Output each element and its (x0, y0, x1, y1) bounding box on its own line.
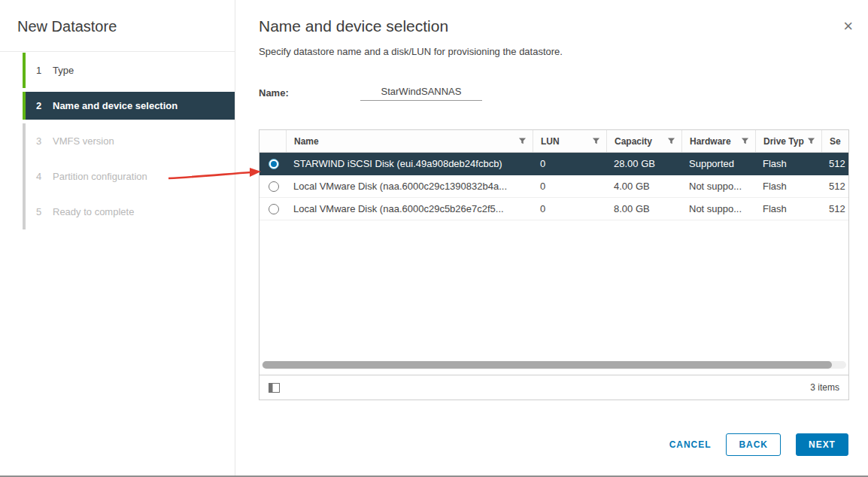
radio-button[interactable] (269, 204, 279, 214)
table-header: Name LUN Capacity (259, 130, 848, 153)
step-number: 4 (36, 171, 53, 182)
filter-icon[interactable] (741, 137, 749, 145)
step-ready-to-complete: 5 Ready to complete (23, 194, 235, 229)
radio-cell (259, 153, 286, 175)
column-label: Se (830, 136, 841, 147)
cell-capacity: 28.00 GB (606, 153, 681, 175)
step-number: 2 (36, 100, 53, 111)
cell-sector: 512 (821, 198, 848, 220)
cell-hardware: Not suppo... (681, 175, 755, 197)
step-label: Name and device selection (53, 100, 178, 111)
radio-column-header (259, 130, 286, 152)
step-number: 3 (36, 135, 53, 147)
step-label: VMFS version (53, 135, 114, 147)
column-label: Capacity (615, 136, 652, 147)
cell-lun: 0 (533, 198, 606, 220)
cell-drive-type: Flash (755, 175, 821, 197)
table-row-local-vmware-disk-1[interactable]: Local VMware Disk (naa.6000c29c1390832b4… (259, 175, 848, 198)
column-label: Hardware (690, 136, 731, 147)
step-label: Ready to complete (53, 206, 134, 217)
new-datastore-dialog: New Datastore 1 Type 2 Name and device s… (0, 0, 868, 477)
column-label: LUN (541, 136, 560, 147)
radio-cell (259, 198, 286, 220)
column-header-hardware[interactable]: Hardware (681, 130, 755, 152)
cell-name: STARWIND iSCSI Disk (eui.49a908deb24fcbc… (286, 153, 533, 175)
page-title: Name and device selection (259, 17, 448, 35)
step-number: 5 (36, 206, 53, 217)
device-table: Name LUN Capacity (259, 129, 849, 400)
radio-button[interactable] (269, 159, 279, 169)
cell-drive-type: Flash (755, 153, 821, 175)
step-name-and-device-selection[interactable]: 2 Name and device selection (23, 92, 235, 120)
table-row-starwind-iscsi-disk[interactable]: STARWIND iSCSI Disk (eui.49a908deb24fcbc… (259, 153, 848, 175)
next-button[interactable]: NEXT (796, 433, 848, 456)
filter-icon[interactable] (518, 137, 527, 145)
radio-cell (259, 175, 286, 197)
step-vmfs-version: 3 VMFS version (23, 123, 235, 159)
cell-name: Local VMware Disk (naa.6000c29c5b26e7c2f… (286, 198, 533, 220)
datastore-name-input[interactable] (360, 84, 482, 101)
wizard-sidebar: New Datastore 1 Type 2 Name and device s… (0, 0, 235, 475)
sidebar-divider (0, 51, 235, 52)
wizard-content: Name and device selection × Specify data… (236, 0, 868, 475)
cell-lun: 0 (533, 153, 606, 175)
cell-drive-type: Flash (755, 198, 821, 220)
back-button[interactable]: BACK (726, 433, 781, 456)
table-row-local-vmware-disk-2[interactable]: Local VMware Disk (naa.6000c29c5b26e7c2f… (259, 198, 848, 220)
page-subtitle: Specify datastore name and a disk/LUN fo… (259, 46, 563, 57)
cell-sector: 512 (821, 175, 848, 197)
column-label: Drive Typ (763, 136, 804, 147)
items-count: 3 items (810, 382, 839, 393)
cell-sector: 512 (821, 153, 848, 175)
table-footer: 3 items (259, 375, 848, 400)
datastore-name-row: Name: (259, 84, 482, 101)
column-header-name[interactable]: Name (286, 130, 533, 152)
column-header-lun[interactable]: LUN (533, 130, 606, 152)
cancel-button[interactable]: CANCEL (669, 439, 712, 450)
wizard-actions: CANCEL BACK NEXT (669, 433, 848, 456)
cell-capacity: 4.00 GB (606, 175, 681, 197)
wizard-title: New Datastore (0, 0, 235, 35)
filter-icon[interactable] (807, 137, 815, 145)
column-header-drive-type[interactable]: Drive Typ (755, 130, 821, 152)
filter-icon[interactable] (592, 137, 600, 145)
cell-lun: 0 (533, 175, 606, 197)
column-label: Name (294, 136, 319, 147)
filter-icon[interactable] (667, 137, 675, 145)
wizard-steps: 1 Type 2 Name and device selection 3 VMF… (0, 53, 235, 229)
cell-hardware: Supported (681, 153, 755, 175)
step-partition-configuration: 4 Partition configuration (23, 159, 235, 194)
scrollbar-thumb[interactable] (263, 361, 832, 369)
column-header-sector[interactable]: Se (821, 130, 848, 152)
radio-button[interactable] (269, 181, 279, 192)
cell-name: Local VMware Disk (naa.6000c29c1390832b4… (286, 175, 533, 197)
close-icon[interactable]: × (843, 18, 853, 35)
step-type[interactable]: 1 Type (23, 53, 235, 88)
step-number: 1 (36, 65, 53, 76)
name-label: Name: (259, 87, 360, 99)
cell-hardware: Not suppo... (681, 198, 755, 220)
horizontal-scrollbar (262, 361, 846, 369)
column-settings-icon[interactable] (269, 383, 280, 393)
step-label: Type (53, 65, 74, 76)
column-header-capacity[interactable]: Capacity (606, 130, 681, 152)
cell-capacity: 8.00 GB (606, 198, 681, 220)
step-label: Partition configuration (53, 171, 147, 182)
